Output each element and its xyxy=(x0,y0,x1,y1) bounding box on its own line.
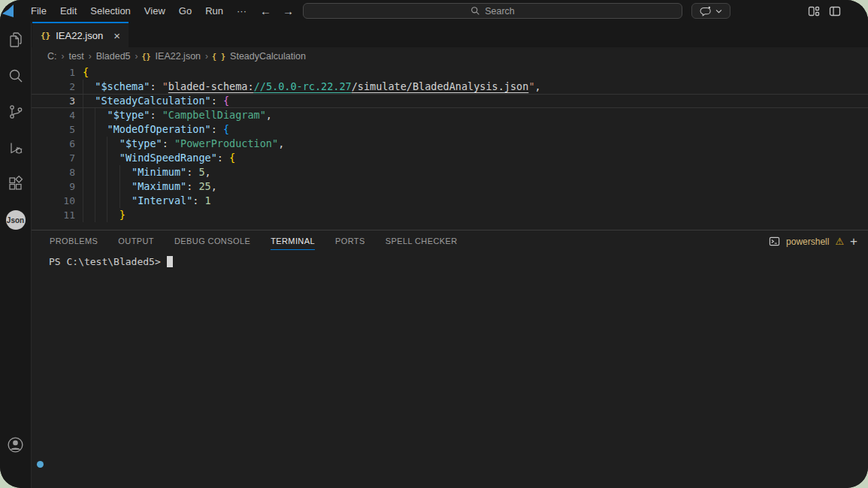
tab-label: IEA22.json xyxy=(56,30,103,41)
panel-tab-terminal[interactable]: TERMINAL xyxy=(271,236,315,246)
panel-tab-debug-console[interactable]: DEBUG CONSOLE xyxy=(174,236,250,246)
token: "WindSpeedRange" xyxy=(119,152,217,164)
line-number: 5 xyxy=(32,122,75,137)
shell-name-label[interactable]: powershell xyxy=(786,236,829,247)
token: "Minimum" xyxy=(132,166,186,178)
code-line-10[interactable]: 10 "Interval": 1 xyxy=(32,194,868,208)
code-line-8[interactable]: 8 "Minimum": 5, xyxy=(32,165,868,179)
token: : xyxy=(217,152,229,164)
extensions-icon[interactable] xyxy=(0,166,32,202)
json-symbol-icon: {} xyxy=(142,53,151,61)
search-placeholder: Search xyxy=(485,6,515,17)
terminal-content[interactable]: PS C:\test\Bladed5> xyxy=(49,255,173,268)
json-file-icon: {} xyxy=(41,31,50,41)
line-number: 10 xyxy=(32,194,75,208)
line-number: 8 xyxy=(32,165,75,179)
menu-item-run[interactable]: Run xyxy=(198,5,230,17)
history-back-icon[interactable]: ← xyxy=(260,5,271,17)
code-text: "Maximum": 25, xyxy=(83,179,217,194)
token: "$schema" xyxy=(95,80,150,92)
panel-tab-ports[interactable]: PORTS xyxy=(335,236,365,246)
vscode-window: FileEditSelectionViewGoRun··· ← → Search xyxy=(0,0,868,488)
code-text: } xyxy=(83,208,126,222)
code-text: "WindSpeedRange": { xyxy=(83,151,235,165)
code-text: "Minimum": 5, xyxy=(83,165,211,179)
source-control-icon[interactable] xyxy=(0,94,32,130)
panel-tab-output[interactable]: OUTPUT xyxy=(118,236,154,246)
tab-iea22-json[interactable]: {} IEA22.json × xyxy=(32,22,129,47)
line-number: 2 xyxy=(32,80,75,94)
token: : xyxy=(186,180,198,192)
token: "SteadyCalculation" xyxy=(95,95,210,107)
code-line-5[interactable]: 5 "ModeOfOperation": { xyxy=(32,122,868,137)
command-center-search[interactable]: Search xyxy=(303,3,682,19)
code-line-1[interactable]: 1{ xyxy=(32,65,868,80)
json-extension-icon[interactable]: Json xyxy=(0,202,32,238)
line-number: 6 xyxy=(32,137,75,151)
line-number: 11 xyxy=(32,208,75,222)
terminal-prompt: PS C:\test\Bladed5> xyxy=(49,256,161,267)
token: "Interval" xyxy=(132,194,192,206)
activity-bar: Json xyxy=(0,22,32,488)
token: "ModeOfOperation" xyxy=(107,123,211,135)
breadcrumb-item[interactable]: SteadyCalculation xyxy=(229,51,307,62)
code-text: "Interval": 1 xyxy=(83,194,211,208)
token: : xyxy=(150,109,162,121)
explorer-icon[interactable] xyxy=(0,22,32,58)
token: "PowerProduction" xyxy=(174,137,278,149)
toggle-sidebar-icon[interactable] xyxy=(829,5,841,17)
token: //5.0.0-rc.22.27 xyxy=(254,80,352,92)
terminal-cursor xyxy=(167,256,173,267)
token: : xyxy=(150,80,162,92)
breadcrumb-item[interactable]: Bladed5 xyxy=(95,51,132,62)
token: " xyxy=(528,80,534,92)
token: : xyxy=(186,166,198,178)
breadcrumb-item[interactable]: C: xyxy=(47,51,58,62)
token: 5 xyxy=(198,166,204,178)
token: { xyxy=(229,152,235,164)
breadcrumb-separator-icon: › xyxy=(201,51,212,62)
new-terminal-button[interactable]: + xyxy=(850,235,857,248)
menu-item-file[interactable]: File xyxy=(24,5,53,17)
breadcrumb-item[interactable]: test xyxy=(68,51,85,62)
line-number: 9 xyxy=(32,179,75,194)
code-line-11[interactable]: 11 } xyxy=(32,208,868,222)
code-text: "ModeOfOperation": { xyxy=(83,122,229,137)
code-line-6[interactable]: 6 "$type": "PowerProduction", xyxy=(32,137,868,151)
warning-icon[interactable]: ⚠ xyxy=(835,236,844,247)
tab-close-icon[interactable]: × xyxy=(113,29,120,42)
copilot-button[interactable] xyxy=(691,3,730,19)
vscode-logo-icon xyxy=(2,5,14,17)
code-line-7[interactable]: 7 "WindSpeedRange": { xyxy=(32,151,868,165)
account-icon[interactable] xyxy=(0,426,32,462)
token: { xyxy=(83,66,89,78)
line-number: 4 xyxy=(32,108,75,122)
code-line-3[interactable]: 3 "SteadyCalculation": { xyxy=(32,94,868,108)
breadcrumb-separator-icon: › xyxy=(85,51,95,62)
token: " xyxy=(162,80,168,92)
code-line-4[interactable]: 4 "$type": "CampbellDiagram", xyxy=(32,108,868,122)
bottom-panel: PROBLEMSOUTPUTDEBUG CONSOLETERMINALPORTS… xyxy=(32,230,868,488)
menu-item-[interactable]: ··· xyxy=(230,5,253,17)
menu-item-edit[interactable]: Edit xyxy=(53,5,83,17)
code-line-2[interactable]: 2 "$schema": "bladed-schema://5.0.0-rc.2… xyxy=(32,80,868,94)
token: /simulate/BladedAnalysis.json xyxy=(352,80,529,92)
history-forward-icon[interactable]: → xyxy=(283,5,294,17)
code-line-9[interactable]: 9 "Maximum": 25, xyxy=(32,179,868,194)
breadcrumb-item[interactable]: IEA22.json xyxy=(155,51,201,62)
menu-item-go[interactable]: Go xyxy=(172,5,198,17)
code-text: "SteadyCalculation": { xyxy=(83,94,229,108)
menu-item-view[interactable]: View xyxy=(138,5,172,17)
code-editor[interactable]: 1{2 "$schema": "bladed-schema://5.0.0-rc… xyxy=(32,65,868,230)
menu-item-selection[interactable]: Selection xyxy=(83,5,137,17)
run-debug-icon[interactable] xyxy=(0,130,32,166)
panel-tab-spell-checker[interactable]: SPELL CHECKER xyxy=(386,236,458,246)
menu-bar: FileEditSelectionViewGoRun··· xyxy=(24,5,253,17)
token: : xyxy=(192,194,204,206)
panel-tab-bar: PROBLEMSOUTPUTDEBUG CONSOLETERMINALPORTS… xyxy=(32,230,868,252)
panel-tab-problems[interactable]: PROBLEMS xyxy=(50,236,98,246)
customize-layout-icon[interactable] xyxy=(808,5,820,17)
search-sidebar-icon[interactable] xyxy=(0,58,32,94)
breadcrumb-separator-icon: › xyxy=(132,51,142,62)
token: bladed-schema: xyxy=(168,80,254,92)
